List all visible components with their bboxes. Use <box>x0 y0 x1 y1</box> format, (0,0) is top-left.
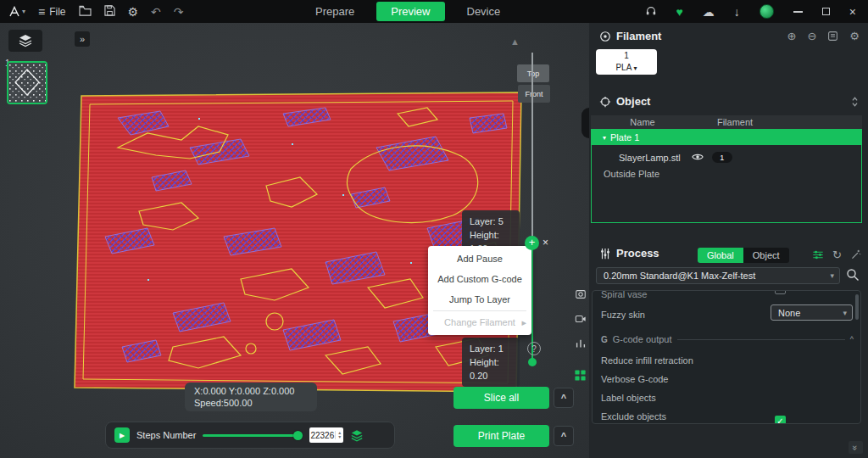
plate-manager-button[interactable] <box>571 366 589 384</box>
steps-slider[interactable] <box>203 430 303 440</box>
fuzzy-skin-select[interactable]: None ▾ <box>771 304 853 321</box>
remove-filament-button[interactable]: ⊖ <box>807 30 816 42</box>
object-row-slayerlamp[interactable]: SlayerLamp.stl 1 <box>592 149 861 165</box>
camera-up-icon[interactable]: ▲ <box>510 37 520 47</box>
record-icon <box>575 313 587 325</box>
menu-item-add-pause[interactable]: Add Pause <box>428 249 531 269</box>
sort-icon[interactable] <box>850 97 860 107</box>
redo-button[interactable]: ↷ <box>174 6 184 18</box>
reset-process-button[interactable]: ↻ <box>832 249 842 261</box>
tab-device[interactable]: Device <box>467 5 501 18</box>
mode-tabs: Prepare Preview Device <box>315 0 500 23</box>
object-target-icon <box>599 96 611 108</box>
setting-fuzzy-skin-label: Fuzzy skin <box>601 310 645 320</box>
add-filament-button[interactable]: ⊕ <box>787 30 797 42</box>
setting-spiral-vase[interactable]: Spiral vase <box>593 290 860 303</box>
slice-all-button[interactable]: Slice all <box>453 387 549 409</box>
object-row-outside-plate[interactable]: Outside Plate <box>592 165 861 182</box>
filament-assignment-badge[interactable]: 1 <box>712 152 732 163</box>
setting-verbose-gcode[interactable]: Verbose G-code ✓ <box>593 371 860 388</box>
health-heart-icon[interactable]: ♥ <box>676 6 683 18</box>
steps-value-field[interactable]: 22326 ▴ ▾ <box>309 427 343 443</box>
layer-slider-handle[interactable]: + <box>525 236 539 250</box>
object-row-plate1[interactable]: ▾ Plate 1 <box>592 130 861 145</box>
verbose-gcode-label: Verbose G-code <box>601 374 669 384</box>
menu-item-jump-to-layer[interactable]: Jump To Layer <box>428 289 531 310</box>
wand-icon[interactable] <box>850 249 861 260</box>
stats-icon <box>575 338 587 349</box>
open-file-button[interactable] <box>79 5 92 19</box>
filament-list-icon[interactable] <box>827 31 838 42</box>
object-row-slayerlamp-label: SlayerLamp.stl <box>619 153 681 163</box>
setting-label-objects[interactable]: Label objects ✓ <box>593 389 860 406</box>
section-collapse-icon[interactable]: ^ <box>850 335 854 344</box>
user-avatar[interactable] <box>760 4 774 19</box>
gcode-output-section[interactable]: G G-code output ^ <box>593 332 860 347</box>
view-front-button[interactable]: Front <box>518 85 550 103</box>
app-logo[interactable]: ▾ <box>8 6 25 17</box>
panel-collapse-handle[interactable] <box>581 108 589 138</box>
process-preset-select[interactable]: 0.20mm Standard@K1 Max-Zelf-test ▾ <box>596 267 840 284</box>
steps-mode-icon[interactable] <box>350 429 364 442</box>
visibility-toggle[interactable] <box>692 153 704 163</box>
maximize-button[interactable] <box>822 8 830 15</box>
panel-expand-button[interactable]: » <box>849 441 863 454</box>
print-plate-button[interactable]: Print Plate <box>453 425 549 447</box>
topbar-left: ▾ ≡ File ⚙ ↶ ↷ <box>0 5 184 19</box>
process-header-actions: ↻ <box>812 249 861 261</box>
close-button[interactable]: × <box>849 6 856 18</box>
object-row-outside-plate-label: Outside Plate <box>604 169 659 179</box>
question-icon: ? <box>531 344 537 354</box>
view-top-button[interactable]: Top <box>517 64 549 82</box>
file-menu[interactable]: ≡ File <box>38 6 66 18</box>
menu-item-add-custom-gcode[interactable]: Add Custom G-code <box>428 269 531 289</box>
plus-icon: + <box>529 236 536 249</box>
download-button[interactable]: ↓ <box>734 6 740 18</box>
expand-plate-list-button[interactable]: » <box>75 31 90 47</box>
label-objects-label: Label objects <box>601 393 656 403</box>
spin-down-icon[interactable]: ▾ <box>338 435 341 439</box>
preview-viewport[interactable]: » 1 <box>0 23 589 458</box>
slice-all-label: Slice all <box>484 392 519 404</box>
object-table-header: Name Filament <box>591 115 862 129</box>
setting-reduce-infill-retraction[interactable]: Reduce infill retraction ✓ <box>593 352 860 369</box>
save-button[interactable] <box>104 5 115 19</box>
settings-button[interactable]: ⚙ <box>128 6 139 18</box>
tab-prepare[interactable]: Prepare <box>315 5 354 18</box>
filament-slot-card[interactable]: 1 PLA ▾ <box>596 49 657 75</box>
toggle-object[interactable]: Object <box>743 248 789 263</box>
stats-tool-button[interactable] <box>571 334 589 352</box>
plate-thumbnail[interactable] <box>7 61 47 104</box>
slice-options-button[interactable]: ^ <box>554 388 574 408</box>
layer-marker-close-icon[interactable]: × <box>542 237 548 248</box>
minimize-button[interactable] <box>793 11 803 13</box>
plate-grid-icon <box>574 369 587 382</box>
play-button[interactable]: ▶ <box>114 427 130 443</box>
exclude-objects-label: Exclude objects <box>601 411 666 422</box>
object-section-header: Object <box>599 95 650 108</box>
layer-slider-bottom-handle[interactable] <box>528 358 537 366</box>
slice-caret-icon: ^ <box>561 393 566 403</box>
filament-settings-button[interactable]: ⚙ <box>849 30 860 42</box>
menu-item-change-filament[interactable]: Change Filament ▸ <box>428 312 531 332</box>
settings-scrollbar[interactable] <box>855 294 859 320</box>
layer-view-tool-button[interactable] <box>8 30 42 52</box>
help-button[interactable]: ? <box>527 342 541 355</box>
tune-icon[interactable] <box>812 249 824 260</box>
cloud-button[interactable]: ☁ <box>703 6 715 18</box>
spiral-vase-checkbox[interactable] <box>775 290 786 294</box>
setting-exclude-objects[interactable]: Exclude objects ✓ <box>593 408 860 424</box>
row-expand-icon[interactable]: ▾ <box>603 134 606 142</box>
snapshot-tool-button[interactable] <box>571 285 589 303</box>
print-options-button[interactable]: ^ <box>554 426 574 446</box>
steps-spinner[interactable]: ▴ ▾ <box>335 431 343 439</box>
column-name: Name <box>591 117 694 127</box>
steps-slider-handle[interactable] <box>293 431 303 440</box>
tab-preview[interactable]: Preview <box>376 2 444 21</box>
record-tool-button[interactable] <box>571 310 589 327</box>
toggle-global[interactable]: Global <box>698 248 743 263</box>
search-preset-button[interactable] <box>846 268 860 282</box>
gcode-preview-render[interactable] <box>71 67 529 399</box>
support-button[interactable] <box>645 5 657 19</box>
undo-button[interactable]: ↶ <box>151 6 161 18</box>
